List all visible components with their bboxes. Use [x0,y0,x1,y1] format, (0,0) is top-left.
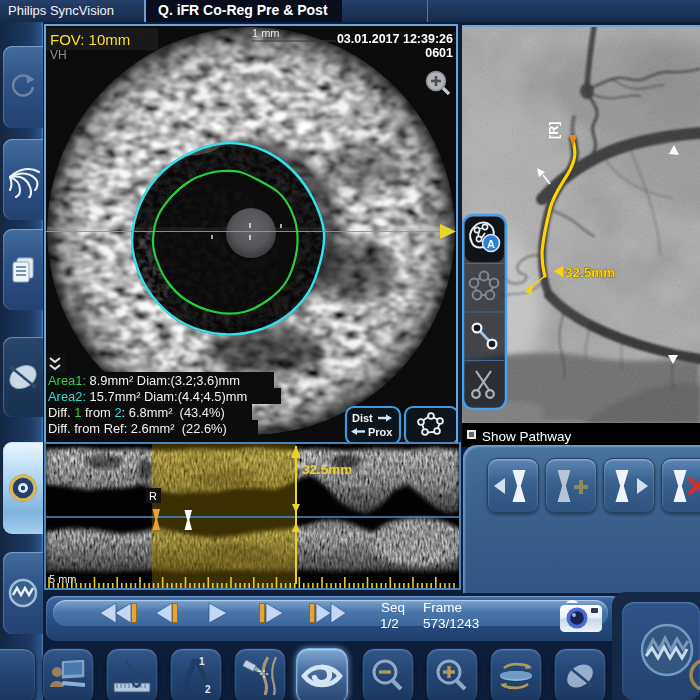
svg-text:A: A [487,238,495,250]
svg-text:FOV: 10mm: FOV: 10mm [50,31,130,48]
svg-text:32.5mm: 32.5mm [302,462,352,477]
svg-text:2: 2 [205,684,211,695]
svg-text:Dist: Dist [352,412,373,424]
svg-text:32.5mm: 32.5mm [565,265,615,280]
svg-text:Show Pathway: Show Pathway [482,429,572,444]
svg-text:1: 1 [199,656,205,667]
svg-text:Prox: Prox [368,426,393,438]
svg-text:Diff. 1 from 2: 6.8mm² (43.4%: Diff. 1 from 2: 6.8mm² (43.4%) [48,405,225,420]
svg-text:VH: VH [50,48,67,62]
svg-text:Area1: 8.9mm² Diam:(3.2;3.6)mm: Area1: 8.9mm² Diam:(3.2;3.6)mm [48,373,240,388]
svg-text:Area2: 15.7mm² Diam:(4.4;4.5)m: Area2: 15.7mm² Diam:(4.4;4.5)mm [48,389,247,404]
svg-text:03.01.2017 12:39:26: 03.01.2017 12:39:26 [337,32,453,46]
svg-text:R: R [149,490,157,502]
svg-text:[R]: [R] [547,122,561,139]
svg-text:1 mm: 1 mm [252,27,280,39]
svg-text:Diff. from Ref: 2.6mm² (22.6%: Diff. from Ref: 2.6mm² (22.6%) [48,421,227,436]
svg-text:0601: 0601 [425,46,453,60]
